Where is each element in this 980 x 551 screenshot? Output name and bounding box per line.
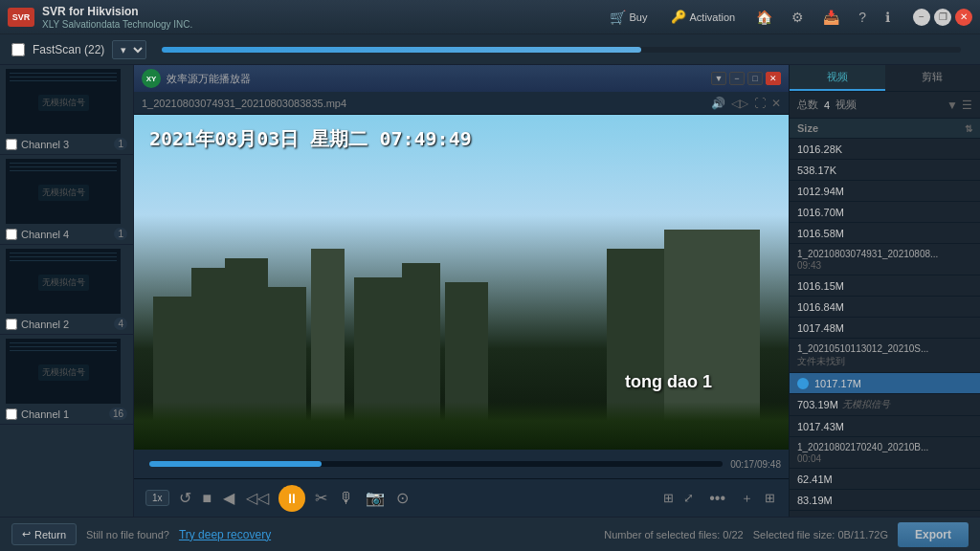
player-settings-btn[interactable]: ▼ [711, 72, 726, 85]
list-item[interactable]: 62.41M [790, 469, 980, 490]
prev-frame-button[interactable]: ◀ [221, 487, 236, 509]
player-close-btn[interactable]: ✕ [766, 72, 781, 85]
audio-button[interactable]: 🎙 [337, 488, 356, 509]
bottom-bar: ↩ Return Still no file found? Try deep r… [0, 517, 980, 551]
progress-fill [149, 461, 322, 467]
player-close-icon[interactable]: ✕ [771, 97, 781, 110]
list-item[interactable]: 703.19M 无模拟信号 [790, 394, 980, 416]
list-item[interactable]: 1016.28K [790, 139, 980, 160]
channel-3-signal: 无模拟信号 [38, 95, 89, 111]
restore-button[interactable]: ❐ [934, 9, 951, 26]
list-item[interactable]: 1012.94M [790, 181, 980, 202]
channel-3-count: 1 [114, 138, 127, 150]
sort-icon[interactable]: ⇅ [965, 123, 972, 134]
channel-3-name: Channel 3 [21, 139, 110, 150]
layout-button[interactable]: ⊞ [661, 489, 676, 507]
list-item[interactable]: 1017.16M [790, 511, 980, 517]
channel-3-checkbox[interactable] [6, 139, 17, 150]
channel-2-checkbox[interactable] [6, 319, 17, 330]
channel-1-item[interactable]: 无模拟信号 Channel 1 16 [0, 335, 133, 425]
player-controls: 1x ↺ ■ ◀ ◁◁ ⏸ ✂ 🎙 📷 ⊙ ⊞ ⤢ ••• ＋ ⊞ [134, 478, 789, 517]
video-player: XY 效率源万能播放器 ▼ − □ ✕ 1_20210803074931_202… [134, 65, 789, 517]
right-panel: 视频 剪辑 总数 4 视频 ▼ ☰ Size ⇅ 1016.28K 538.17… [789, 65, 980, 517]
expand-button[interactable]: ⤢ [681, 489, 696, 507]
player-maximize-btn[interactable]: □ [747, 72, 763, 85]
time-total: 09:48 [757, 459, 781, 470]
channel-4-preview: 无模拟信号 [6, 159, 121, 224]
stop-button[interactable]: ■ [201, 488, 214, 509]
add-button[interactable]: ＋ [739, 488, 755, 509]
deep-recovery-link[interactable]: Try deep recovery [179, 528, 271, 541]
channel-4-item[interactable]: 无模拟信号 Channel 4 1 [0, 155, 133, 245]
progress-bar[interactable] [149, 461, 723, 467]
buy-label: Buy [630, 11, 648, 23]
buy-button[interactable]: 🛒 Buy [604, 8, 654, 27]
list-item[interactable]: 1016.70M [790, 202, 980, 223]
volume-icon[interactable]: 🔊 [711, 97, 725, 110]
channel-2-item[interactable]: 无模拟信号 Channel 2 4 [0, 245, 133, 335]
filter-icon[interactable]: ▼ [947, 99, 958, 112]
app-subtitle: XLY Salvationdata Technology INC. [42, 19, 604, 30]
extra-controls: ⊞ ⤢ [661, 489, 696, 507]
channel-4-checkbox[interactable] [6, 229, 17, 240]
player-minimize-btn[interactable]: − [729, 72, 745, 85]
return-button[interactable]: ↩ Return [11, 523, 77, 545]
info-icon[interactable]: ℹ [881, 6, 894, 29]
channel-2-signal: 无模拟信号 [38, 275, 89, 291]
list-view-icon[interactable]: ☰ [962, 99, 972, 112]
scan-progress-fill [162, 47, 641, 53]
file-list-header: 总数 4 视频 ▼ ☰ [790, 92, 980, 119]
status-text: Still no file found? [86, 529, 169, 540]
tab-video[interactable]: 视频 [790, 65, 885, 91]
fastscan-checkbox[interactable] [11, 43, 25, 56]
record-button[interactable]: ⊙ [394, 487, 411, 509]
list-item[interactable]: 1016.58M [790, 223, 980, 244]
list-item[interactable]: 1016.84M [790, 297, 980, 318]
activation-button[interactable]: 🔑 Activation [665, 8, 742, 26]
video-overlay: 2021年08月03日 星期二 07:49:49 tong dao 1 [134, 115, 789, 450]
speed-button[interactable]: 1x [145, 490, 169, 506]
help-icon[interactable]: ? [855, 6, 870, 29]
total-label: 总数 [797, 98, 818, 112]
list-item[interactable]: 1017.48M [790, 318, 980, 339]
list-item-file[interactable]: 1_20210802170240_20210B... 00:04 [790, 437, 980, 469]
channel-1-preview: 无模拟信号 [6, 339, 121, 404]
minimize-button[interactable]: − [913, 9, 930, 26]
channel-2-count: 4 [114, 318, 127, 330]
player-titlebar: XY 效率源万能播放器 ▼ − □ ✕ [134, 65, 789, 92]
import-icon[interactable]: 📥 [819, 6, 843, 29]
export-button[interactable]: Export [898, 522, 969, 547]
cart-icon: 🛒 [610, 10, 626, 25]
export-small-button[interactable]: ⊞ [763, 489, 777, 507]
key-icon: 🔑 [671, 10, 686, 24]
list-item-file[interactable]: 1_20210803074931_20210808... 09:43 [790, 244, 980, 276]
channel-1-checkbox[interactable] [6, 408, 17, 420]
main-content: 无模拟信号 Channel 3 1 无模拟信号 Channel 4 1 [0, 65, 980, 517]
tab-edit[interactable]: 剪辑 [885, 65, 981, 91]
list-item-selected[interactable]: 1017.17M [790, 373, 980, 394]
fullscreen-icon[interactable]: ⛶ [754, 97, 766, 110]
time-display: 00:17/09:48 [730, 459, 781, 470]
window-controls: − ❐ ✕ [913, 9, 972, 26]
list-item[interactable]: 1016.15M [790, 276, 980, 297]
list-item-file[interactable]: 1_20210510113012_20210S... 文件未找到 [790, 339, 980, 373]
close-button[interactable]: ✕ [955, 9, 972, 26]
rewind-button[interactable]: ◁◁ [244, 487, 271, 509]
settings-icon[interactable]: ⚙ [788, 6, 808, 29]
screenshot-button[interactable]: 📷 [364, 487, 387, 509]
selected-files-count: Number of selected files: 0/22 [604, 529, 744, 540]
total-count: 4 [824, 99, 830, 111]
scan-dropdown[interactable]: ▾ [112, 40, 146, 59]
more-options-button[interactable]: ••• [703, 490, 731, 507]
cut-button[interactable]: ✂ [313, 487, 329, 509]
channel-3-item[interactable]: 无模拟信号 Channel 3 1 [0, 65, 133, 155]
player-bottom-bar: 00:17/09:48 [134, 450, 789, 478]
play-pause-button[interactable]: ⏸ [278, 485, 305, 512]
refresh-icon[interactable]: ↺ [177, 487, 193, 509]
shrink-icon[interactable]: ◁▷ [731, 97, 748, 110]
video-frame: 2021年08月03日 星期二 07:49:49 tong dao 1 [134, 115, 789, 450]
list-item[interactable]: 538.17K [790, 160, 980, 181]
list-item[interactable]: 83.19M [790, 490, 980, 511]
list-item[interactable]: 1017.43M [790, 416, 980, 437]
home-icon[interactable]: 🏠 [752, 6, 776, 29]
